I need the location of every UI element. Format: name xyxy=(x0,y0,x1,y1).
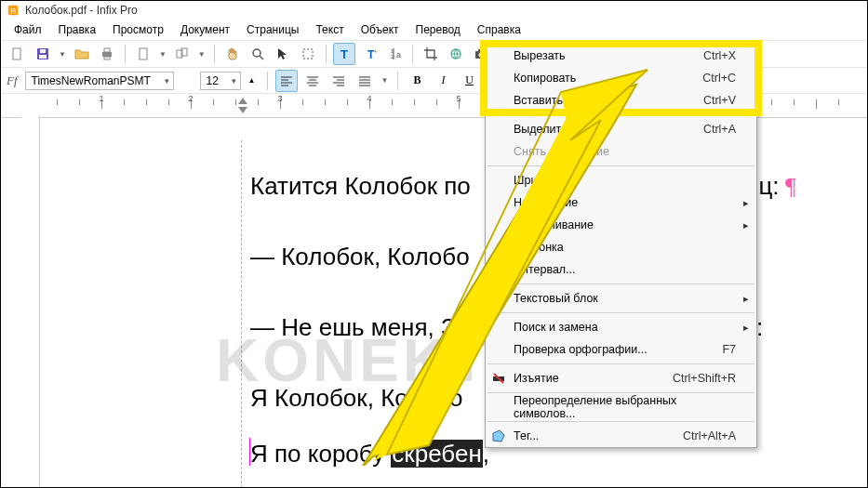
menubar: Файл Правка Просмотр Документ Страницы Т… xyxy=(1,20,867,40)
bold-button[interactable]: B xyxy=(406,70,428,92)
spacing-tool[interactable]: 12a xyxy=(383,43,406,65)
text-plus-icon: T+ xyxy=(362,46,377,61)
ctx-separator xyxy=(487,312,754,313)
print-icon xyxy=(100,46,114,61)
page-icon xyxy=(136,46,151,61)
font-size-up[interactable]: ▲ xyxy=(245,70,260,92)
page-dropdown-icon[interactable]: ▼ xyxy=(157,50,168,59)
save-dropdown-icon[interactable]: ▼ xyxy=(57,50,68,59)
svg-marker-15 xyxy=(278,48,287,59)
ctx-shortcut: Ctrl+V xyxy=(703,94,736,107)
menu-pages[interactable]: Страницы xyxy=(239,21,306,38)
spacing-icon: 12a xyxy=(387,46,402,61)
ctx-separator xyxy=(487,165,754,166)
align-center-button[interactable] xyxy=(301,70,324,92)
ctx-shortcut: Ctrl+A xyxy=(703,123,736,136)
italic-button[interactable]: I xyxy=(432,70,454,92)
font-size-select[interactable]: 12 xyxy=(200,72,241,90)
doc-line-3-tail[interactable]: : xyxy=(756,313,763,342)
doc-line-3[interactable]: — Не ешь меня, Зая xyxy=(250,313,482,342)
titlebar: Я Колобок.pdf - Infix Pro xyxy=(1,1,867,20)
text-vertical-tool[interactable]: T+ xyxy=(358,43,381,65)
svg-rect-27 xyxy=(478,49,481,51)
vertical-ruler[interactable] xyxy=(21,116,40,487)
window-title: Колобок.pdf - Infix Pro xyxy=(25,4,138,17)
link-tool[interactable] xyxy=(445,43,467,65)
svg-rect-6 xyxy=(40,49,46,53)
align-center-icon xyxy=(305,73,320,88)
doc-line-5[interactable]: Я по коробу скребен, xyxy=(250,440,489,468)
crop2-tool[interactable] xyxy=(420,43,442,65)
align-right-button[interactable] xyxy=(327,70,350,92)
ctx-item[interactable]: ВставитьCtrl+V xyxy=(486,89,756,112)
align-left-button[interactable] xyxy=(275,70,298,92)
underline-button[interactable]: U xyxy=(458,70,480,92)
menu-object[interactable]: Объект xyxy=(354,21,407,38)
ctx-item[interactable]: Текстовый блок▸ xyxy=(486,287,756,310)
ctx-separator xyxy=(487,363,754,364)
ctx-item[interactable]: Переопределение выбранных символов... xyxy=(486,396,756,418)
ctx-item[interactable]: Шрифты... xyxy=(486,169,756,191)
submenu-arrow-icon: ▸ xyxy=(743,322,749,334)
svg-rect-8 xyxy=(104,48,110,52)
new-button[interactable] xyxy=(7,43,29,65)
save-icon xyxy=(35,46,50,61)
svg-rect-9 xyxy=(104,57,110,59)
align-dropdown-icon[interactable]: ▼ xyxy=(380,76,391,85)
svg-rect-5 xyxy=(39,55,47,59)
ctx-item[interactable]: Проверка орфографии...F7 xyxy=(486,338,756,361)
ctx-item-label: Поиск и замена xyxy=(514,321,598,334)
zoom-tool[interactable] xyxy=(247,43,269,65)
svg-line-14 xyxy=(260,56,263,59)
doc-line-1[interactable]: Катится Колобок по xyxy=(250,172,471,201)
select-tool[interactable] xyxy=(297,43,319,65)
submenu-arrow-icon: ▸ xyxy=(743,197,749,209)
save-button[interactable] xyxy=(32,43,54,65)
ctx-item-label: Выделить все xyxy=(514,123,589,136)
menu-help[interactable]: Справка xyxy=(470,21,528,38)
menu-document[interactable]: Документ xyxy=(173,21,237,38)
svg-text:Я: Я xyxy=(10,7,16,16)
doc-line-2[interactable]: — Колобок, Колобо xyxy=(250,243,470,271)
ctx-item-label: Шрифты... xyxy=(514,174,570,187)
menu-edit[interactable]: Правка xyxy=(51,21,104,38)
ctx-separator xyxy=(487,392,754,393)
ctx-item[interactable]: Интервал... xyxy=(486,258,756,281)
svg-rect-10 xyxy=(140,48,147,59)
text-tool[interactable]: T xyxy=(333,43,355,65)
menu-translate[interactable]: Перевод xyxy=(408,21,468,38)
submenu-arrow-icon: ▸ xyxy=(743,293,749,305)
ctx-item[interactable]: Выравнивание▸ xyxy=(486,214,756,236)
group-dropdown-icon[interactable]: ▼ xyxy=(196,50,207,59)
ctx-item[interactable]: Тег...Ctrl+Alt+A xyxy=(486,425,756,447)
ctx-item[interactable]: ИзъятиеCtrl+Shift+R xyxy=(486,367,756,389)
ctx-item[interactable]: Поиск и замена▸ xyxy=(486,316,756,338)
ctx-item[interactable]: КопироватьCtrl+C xyxy=(486,67,756,89)
ctx-item[interactable]: ВырезатьCtrl+X xyxy=(486,45,756,67)
hand-tool[interactable] xyxy=(221,43,244,65)
svg-marker-3 xyxy=(20,48,23,51)
ctx-item[interactable]: Подгонка xyxy=(486,236,756,258)
tag-icon xyxy=(491,429,506,443)
menu-view[interactable]: Просмотр xyxy=(105,21,171,38)
font-name-select[interactable]: TimesNewRomanPSMT xyxy=(25,72,174,90)
open-button[interactable] xyxy=(71,43,93,65)
ctx-item[interactable]: Начертание▸ xyxy=(486,191,756,214)
align-justify-button[interactable] xyxy=(354,70,376,92)
submenu-arrow-icon: ▸ xyxy=(743,219,749,231)
print-button[interactable] xyxy=(96,43,118,65)
ctx-item[interactable]: Выделить всеCtrl+A xyxy=(486,118,756,140)
ctx-separator xyxy=(487,114,754,115)
doc-line-4[interactable]: Я Колобок, Колобо xyxy=(250,384,462,413)
menu-text[interactable]: Текст xyxy=(308,21,351,38)
pointer-icon xyxy=(275,46,290,61)
svg-text:a: a xyxy=(396,50,401,59)
zoom-icon xyxy=(250,46,265,61)
menu-file[interactable]: Файл xyxy=(7,21,49,38)
ctx-shortcut: Ctrl+C xyxy=(702,72,736,85)
page-button[interactable] xyxy=(132,43,154,65)
pointer-tool[interactable] xyxy=(272,43,294,65)
ctx-item-label: Подгонка xyxy=(514,241,564,254)
ctx-shortcut: Ctrl+Alt+A xyxy=(683,429,736,442)
group-button[interactable] xyxy=(171,43,194,65)
